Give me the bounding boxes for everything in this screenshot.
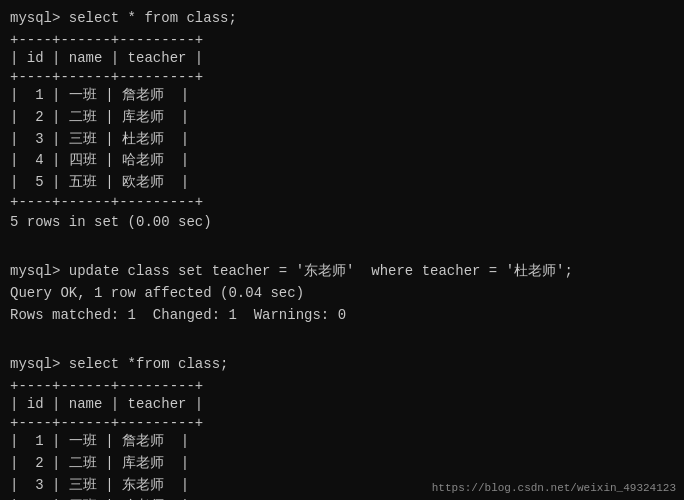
terminal: mysql> select * from class; +----+------… bbox=[10, 8, 674, 492]
table1-bottom-border: +----+------+---------+ bbox=[10, 194, 674, 210]
query2-line: mysql> update class set teacher = '东老师' … bbox=[10, 261, 674, 283]
table1-row2: | 2 | 二班 | 库老师 | bbox=[10, 107, 674, 129]
table1-header-border: +----+------+---------+ bbox=[10, 69, 674, 85]
blank-line2 bbox=[10, 332, 674, 354]
blank-line1 bbox=[10, 240, 674, 262]
table1-row5: | 5 | 五班 | 欧老师 | bbox=[10, 172, 674, 194]
table1-row4: | 4 | 四班 | 哈老师 | bbox=[10, 150, 674, 172]
rows-info1: 5 rows in set (0.00 sec) bbox=[10, 212, 674, 234]
table2-row4: | 4 | 四班 | 哈老师 | bbox=[10, 496, 674, 500]
table1: +----+------+---------+ | id | name | te… bbox=[10, 32, 674, 210]
watermark: https://blog.csdn.net/weixin_49324123 bbox=[432, 482, 676, 494]
query3-line: mysql> select *from class; bbox=[10, 354, 674, 376]
table2-top-border: +----+------+---------+ bbox=[10, 378, 674, 394]
table2-header: | id | name | teacher | bbox=[10, 394, 674, 416]
rows-matched-line: Rows matched: 1 Changed: 1 Warnings: 0 bbox=[10, 305, 674, 327]
table2-row2: | 2 | 二班 | 库老师 | bbox=[10, 453, 674, 475]
table1-row1: | 1 | 一班 | 詹老师 | bbox=[10, 85, 674, 107]
table1-top-border: +----+------+---------+ bbox=[10, 32, 674, 48]
table2-row1: | 1 | 一班 | 詹老师 | bbox=[10, 431, 674, 453]
query-ok-line: Query OK, 1 row affected (0.04 sec) bbox=[10, 283, 674, 305]
table1-header: | id | name | teacher | bbox=[10, 48, 674, 70]
query1-line: mysql> select * from class; bbox=[10, 8, 674, 30]
table1-row3: | 3 | 三班 | 杜老师 | bbox=[10, 129, 674, 151]
table2-header-border: +----+------+---------+ bbox=[10, 415, 674, 431]
